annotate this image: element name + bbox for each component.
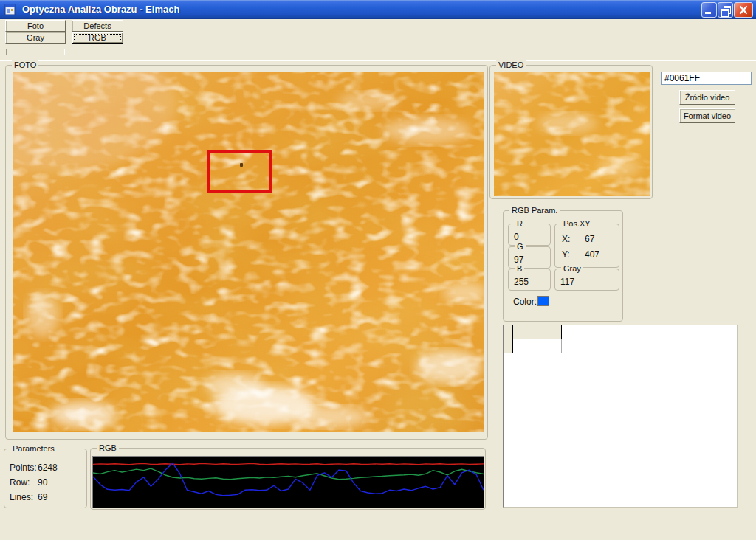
defect-spot xyxy=(240,163,243,167)
title-bar: Optyczna Analiza Obrazu - Elmach xyxy=(0,0,756,19)
rgb-chart-svg xyxy=(93,457,484,508)
video-group-label: VIDEO xyxy=(496,60,526,70)
video-group: VIDEO xyxy=(489,65,653,199)
results-panel xyxy=(503,325,738,508)
b-group: B 255 xyxy=(508,269,551,291)
close-icon xyxy=(735,3,752,17)
gray-button[interactable]: Gray xyxy=(5,32,66,44)
minimize-button[interactable] xyxy=(701,2,717,18)
foto-image[interactable] xyxy=(13,72,484,432)
parameters-group: Parameters Points: 6248 Row: 90 Lines: 6… xyxy=(4,449,87,508)
video-preview[interactable] xyxy=(494,72,650,196)
points-label: Points: xyxy=(10,463,37,473)
rgb-chart-group: RGB xyxy=(90,448,486,510)
pos-y-label: Y: xyxy=(562,249,570,260)
app-window: Optyczna Analiza Obrazu - Elmach Foto Gr… xyxy=(0,0,756,540)
foto-button[interactable]: Foto xyxy=(5,20,66,32)
rgb-profile-chart xyxy=(92,456,484,508)
grid-header-cell xyxy=(513,325,562,339)
parameters-group-label: Parameters xyxy=(10,443,57,454)
defect-marker-rect xyxy=(207,150,272,193)
rgb-param-group: RGB Param. R 0 G 97 B 255 Pos.XY X: 67 Y… xyxy=(503,210,623,322)
window-title: Optyczna Analiza Obrazu - Elmach xyxy=(22,4,179,15)
r-value: 0 xyxy=(514,232,519,242)
app-icon xyxy=(4,3,18,16)
lines-value: 69 xyxy=(38,492,47,502)
b-label: B xyxy=(515,263,524,274)
restore-button[interactable] xyxy=(718,2,733,18)
toolbar: Foto Gray Defects RGB xyxy=(0,19,756,60)
foto-group: FOTO xyxy=(5,65,488,440)
pos-xy-label: Pos.XY xyxy=(561,218,593,229)
status-strip xyxy=(6,49,65,55)
rgb-button[interactable]: RGB xyxy=(72,32,123,44)
rgb-param-group-label: RGB Param. xyxy=(509,205,560,215)
color-label: Color: xyxy=(513,297,537,307)
grid-row-header-cell xyxy=(504,339,513,353)
points-value: 6248 xyxy=(38,463,58,473)
gray-value: 117 xyxy=(560,277,574,287)
close-button[interactable] xyxy=(734,2,753,18)
rgb-chart-label: RGB xyxy=(97,443,119,453)
gray-group: Gray 117 xyxy=(554,269,619,291)
color-swatch xyxy=(537,296,549,306)
video-format-button[interactable]: Format video xyxy=(679,108,735,123)
video-source-button[interactable]: Źródło video xyxy=(679,90,735,105)
pos-xy-group: Pos.XY X: 67 Y: 407 xyxy=(554,224,619,268)
row-label: Row: xyxy=(10,477,30,488)
grid-corner-cell xyxy=(504,325,513,339)
lines-label: Lines: xyxy=(10,492,33,502)
grid-data-cell[interactable] xyxy=(513,339,562,353)
minimize-icon xyxy=(705,12,711,14)
pos-y-value: 407 xyxy=(585,249,599,260)
pos-x-value: 67 xyxy=(585,234,594,244)
r-label: R xyxy=(515,218,525,229)
pos-x-label: X: xyxy=(562,234,570,244)
foto-group-label: FOTO xyxy=(12,60,38,70)
defects-button[interactable]: Defects xyxy=(72,20,123,32)
row-value: 90 xyxy=(38,477,47,488)
color-value-field[interactable] xyxy=(662,72,752,85)
gray-label: Gray xyxy=(561,263,583,274)
g-label: G xyxy=(515,241,526,252)
b-value: 255 xyxy=(514,277,529,287)
